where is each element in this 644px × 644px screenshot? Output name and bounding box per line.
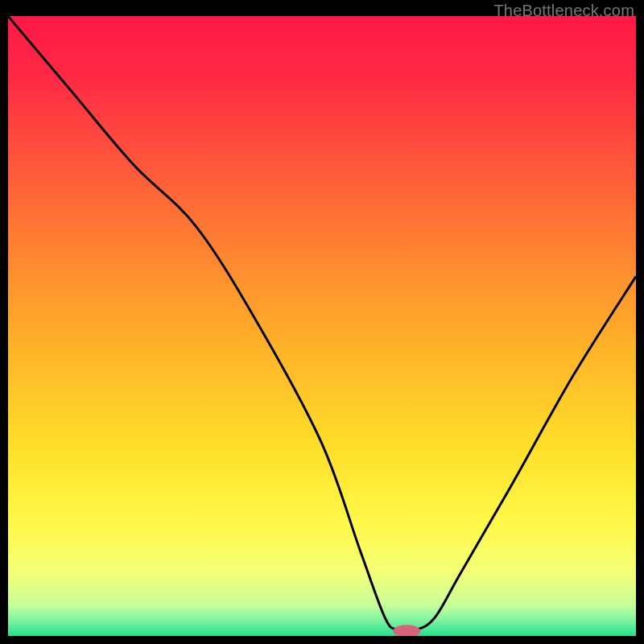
chart-frame: [8, 16, 636, 636]
bottleneck-chart: [8, 16, 636, 636]
gradient-background: [8, 16, 636, 636]
